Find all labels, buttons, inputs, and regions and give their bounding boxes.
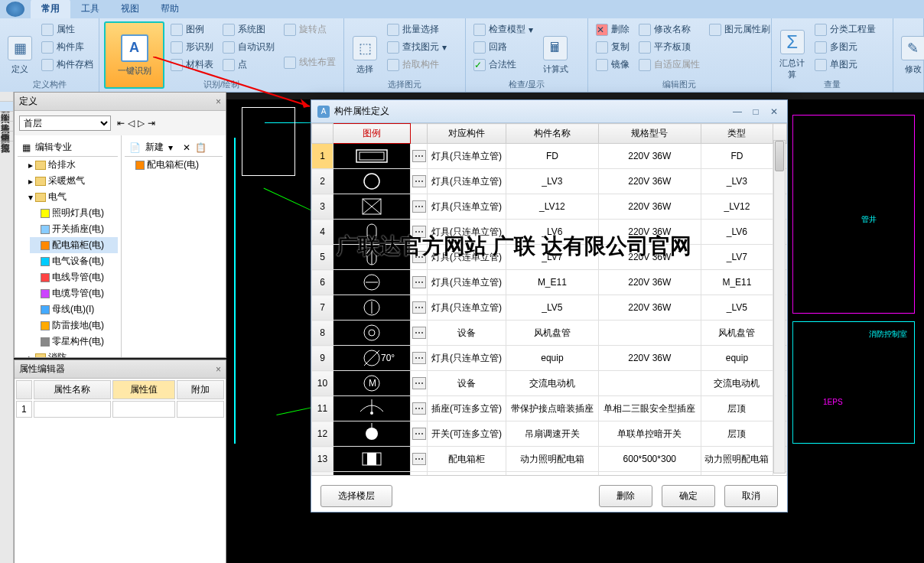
spec-cell[interactable]: 220V 36W	[598, 270, 701, 295]
delete-button[interactable]: 删除	[599, 485, 652, 507]
prop-cell[interactable]	[177, 401, 224, 418]
type-cell[interactable]: _LV6	[701, 220, 773, 245]
tab-tools[interactable]: 工具	[70, 0, 110, 18]
table-row[interactable]: 11 ⋯ 插座(可连多立管) 带保护接点暗装插座 单相二三眼安全型插座 层顶 层	[312, 396, 787, 421]
rail-table[interactable]: 表格输入	[0, 112, 13, 122]
type-cell[interactable]: _LV7	[701, 245, 773, 270]
tree-node[interactable]: ▸采暖燃气	[18, 173, 118, 189]
btn-shape[interactable]: 形识别	[168, 39, 216, 55]
tree-leaf[interactable]: 照明灯具(电)	[30, 205, 118, 221]
browse-button[interactable]: ⋯	[411, 472, 428, 476]
table-row[interactable]: 12 ⋯ 开关(可连多立管) 吊扇调速开关 单联单控暗开关 层顶 层	[312, 421, 787, 447]
type-cell[interactable]: 层顶	[701, 421, 773, 447]
comp-cell[interactable]: 配电箱柜	[428, 447, 506, 472]
rail-draw[interactable]: 绘图输入	[0, 102, 13, 112]
table-row[interactable]: 13 ⋯ 配电箱柜 动力照明配电箱 600*500*300 动力照明配电箱 层	[312, 447, 787, 472]
tree-leaf[interactable]: 防雷接地(电)	[30, 317, 118, 334]
comp-cell[interactable]: 灯具(只连单立管)	[428, 220, 506, 245]
comp-cell[interactable]: 配电箱柜	[428, 472, 506, 476]
tool-icon[interactable]: ✕	[183, 142, 190, 153]
browse-button[interactable]: ⋯	[411, 371, 428, 396]
prop-cell[interactable]	[112, 401, 175, 418]
name-cell[interactable]: 带保护接点暗装插座	[506, 396, 599, 421]
table-row[interactable]: 5 ⋯ 灯具(只连单立管) _LV7 220V 36W _LV7	[312, 245, 787, 270]
spec-cell[interactable]	[598, 321, 701, 346]
btn-multi[interactable]: 多图元	[812, 39, 879, 55]
table-row[interactable]: 9 70° ⋯ 灯具(只连单立管) equip 220V 36W equip	[312, 346, 787, 371]
row-number[interactable]: 14	[312, 472, 333, 476]
btn-lib[interactable]: 构件库	[38, 39, 96, 55]
browse-button[interactable]: ⋯	[411, 346, 428, 371]
name-cell[interactable]: 动力照明配电箱	[506, 447, 599, 472]
tab-common[interactable]: 常用	[31, 0, 70, 18]
symbol-cell[interactable]	[333, 472, 411, 476]
browse-button[interactable]: ⋯	[411, 194, 428, 220]
browse-button[interactable]: ⋯	[411, 144, 428, 169]
table-row[interactable]: 7 ⋯ 灯具(只连单立管) _LV5 220V 36W _LV5	[312, 295, 787, 321]
spec-cell[interactable]: 220V 36W	[598, 194, 701, 220]
spec-cell[interactable]: 600*500*300	[598, 472, 701, 476]
row-number[interactable]: 8	[312, 321, 333, 346]
symbol-cell[interactable]	[333, 245, 411, 270]
browse-button[interactable]: ⋯	[411, 295, 428, 321]
browse-button[interactable]: ⋯	[411, 321, 428, 346]
name-cell[interactable]: FD	[506, 144, 599, 169]
btn-copy[interactable]: 复制	[593, 39, 633, 55]
btn-delete[interactable]: ✕删除	[593, 21, 633, 37]
row-number[interactable]: 4	[312, 220, 333, 245]
row-number[interactable]: 13	[312, 447, 333, 472]
new-icon[interactable]: 📄	[129, 142, 141, 153]
tree-leaf[interactable]: 电缆导管(电)	[30, 285, 118, 301]
btn-rotate[interactable]: 旋转点	[281, 21, 339, 37]
select-floor-button[interactable]: 选择楼层	[320, 485, 392, 507]
browse-button[interactable]: ⋯	[411, 245, 428, 270]
browse-button[interactable]: ⋯	[411, 447, 428, 472]
table-row[interactable]: 8 ⋯ 设备 风机盘管 风机盘管	[312, 321, 787, 346]
btn-mirror[interactable]: 镜像	[593, 57, 633, 73]
close-icon[interactable]: ×	[216, 96, 221, 107]
comp-cell[interactable]: 灯具(只连单立管)	[428, 270, 506, 295]
comp-cell[interactable]: 灯具(只连单立管)	[428, 169, 506, 194]
spec-cell[interactable]: 220V 36W	[598, 245, 701, 270]
table-row[interactable]: 10 M ⋯ 设备 交流电动机 交流电动机	[312, 371, 787, 396]
type-cell[interactable]: 交流电动机	[701, 371, 773, 396]
floor-select[interactable]: 首层	[19, 116, 111, 131]
spec-cell[interactable]: 220V 36W	[598, 295, 701, 321]
btn-linear[interactable]: 线性布置	[281, 54, 339, 70]
prop-cell[interactable]	[34, 401, 111, 418]
name-cell[interactable]: _LV5	[506, 295, 599, 321]
type-cell[interactable]: 动力照明配电箱	[701, 447, 773, 472]
symbol-cell[interactable]	[333, 270, 411, 295]
row-number[interactable]: 3	[312, 194, 333, 220]
rail-project[interactable]: 工程设置	[0, 92, 13, 102]
cancel-button[interactable]: 取消	[724, 485, 778, 507]
btn-legend[interactable]: 图例	[168, 21, 216, 37]
type-cell[interactable]: equip	[701, 346, 773, 371]
type-cell[interactable]: _LV5	[701, 295, 773, 321]
name-cell[interactable]: M_E11	[506, 270, 599, 295]
tree-leaf[interactable]: 配电箱柜(电)	[30, 237, 118, 253]
table-row[interactable]: 1 ⋯ 灯具(只连单立管) FD 220V 36W FD	[312, 144, 787, 169]
browse-button[interactable]: ⋯	[411, 396, 428, 421]
type-cell[interactable]: M_E11	[701, 270, 773, 295]
symbol-cell[interactable]	[333, 169, 411, 194]
close-icon[interactable]: ×	[216, 364, 221, 375]
symbol-cell[interactable]: M	[333, 371, 411, 396]
spec-cell[interactable]: 220V 36W	[598, 169, 701, 194]
rail-report[interactable]: 报表预览	[0, 132, 13, 142]
table-row[interactable]: 4 ⋯ 灯具(只连单立管) _LV6 220V 36W _LV6	[312, 220, 787, 245]
tree-leaf[interactable]: 零星构件(电)	[30, 334, 118, 350]
spec-cell[interactable]: 220V 36W	[598, 144, 701, 169]
row-number[interactable]: 5	[312, 245, 333, 270]
browse-button[interactable]: ⋯	[411, 270, 428, 295]
spec-cell[interactable]: 600*500*300	[598, 447, 701, 472]
type-cell[interactable]: 层顶	[701, 396, 773, 421]
table-row[interactable]: 3 ⋯ 灯具(只连单立管) _LV12 220V 36W _LV12	[312, 194, 787, 220]
comp-cell[interactable]: 插座(可连多立管)	[428, 396, 506, 421]
type-cell[interactable]: _LV12	[701, 194, 773, 220]
btn-align[interactable]: 平齐板顶	[636, 39, 703, 55]
minimize-icon[interactable]: —	[730, 106, 744, 117]
browse-button[interactable]: ⋯	[411, 421, 428, 447]
tree-leaf[interactable]: 开关插座(电)	[30, 221, 118, 237]
name-cell[interactable]: 屏、台、箱、柜	[506, 472, 599, 476]
